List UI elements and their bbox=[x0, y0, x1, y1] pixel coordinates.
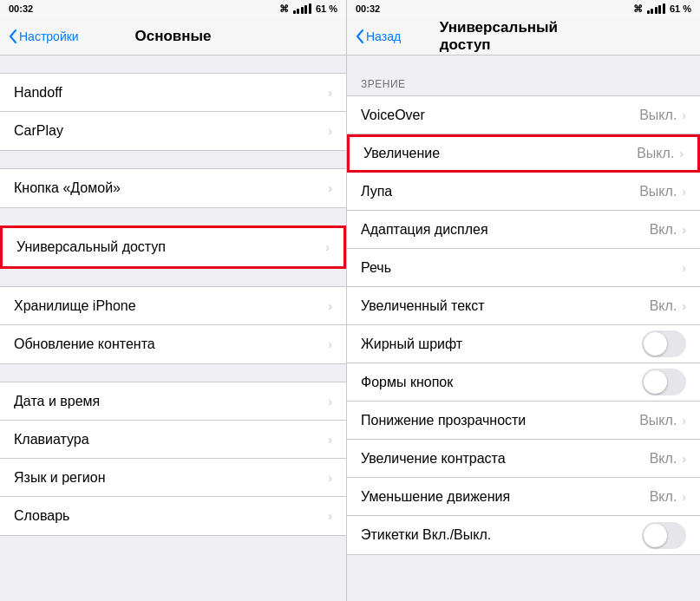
keyboard-label: Клавиатура bbox=[14, 432, 328, 447]
left-nav-title: Основные bbox=[134, 28, 211, 45]
signal-bars-right bbox=[647, 3, 665, 14]
content-update-label: Обновление контента bbox=[14, 336, 328, 352]
display-adapt-label: Адаптация дисплея bbox=[361, 222, 650, 238]
row-larger-text[interactable]: Увеличенный текст Вкл. › bbox=[347, 287, 700, 325]
panels: Настройки Основные Handoff › CarPlay › bbox=[0, 17, 700, 601]
row-accessibility[interactable]: Универсальный доступ › bbox=[3, 228, 343, 266]
larger-text-label: Увеличенный текст bbox=[361, 298, 650, 314]
datetime-chevron-icon: › bbox=[328, 395, 332, 408]
time-right: 00:32 bbox=[356, 3, 380, 14]
left-group-1: Handoff › CarPlay › bbox=[0, 73, 346, 151]
left-panel: Настройки Основные Handoff › CarPlay › bbox=[0, 17, 347, 601]
content-update-chevron-icon: › bbox=[328, 337, 332, 351]
row-bold-text[interactable]: Жирный шрифт bbox=[347, 325, 700, 363]
magnifier-value: Выкл. bbox=[639, 184, 677, 199]
row-datetime[interactable]: Дата и время › bbox=[0, 382, 346, 421]
reduce-motion-value: Вкл. bbox=[650, 489, 677, 505]
dictionary-chevron-icon: › bbox=[328, 509, 332, 523]
voiceover-chevron-icon: › bbox=[682, 108, 686, 122]
left-nav-back[interactable]: Настройки bbox=[9, 29, 79, 43]
zoom-label: Увеличение bbox=[363, 146, 637, 161]
on-off-labels-toggle[interactable] bbox=[642, 522, 686, 549]
row-carplay[interactable]: CarPlay › bbox=[0, 112, 346, 150]
left-group-2: Кнопка «Домой» › bbox=[0, 168, 346, 208]
larger-text-chevron-icon: › bbox=[682, 299, 686, 313]
magnifier-chevron-icon: › bbox=[682, 185, 686, 199]
row-reduce-motion[interactable]: Уменьшение движения Вкл. › bbox=[347, 478, 700, 516]
right-back-label: Назад bbox=[366, 29, 401, 43]
carplay-chevron-icon: › bbox=[328, 124, 332, 138]
right-back-chevron-icon bbox=[356, 29, 364, 43]
larger-text-value: Вкл. bbox=[650, 298, 677, 314]
increase-contrast-value: Вкл. bbox=[650, 451, 677, 467]
storage-chevron-icon: › bbox=[328, 299, 332, 313]
left-nav-bar: Настройки Основные bbox=[0, 17, 346, 56]
right-nav-back[interactable]: Назад bbox=[356, 29, 401, 43]
dictionary-label: Словарь bbox=[14, 508, 328, 524]
zoom-chevron-icon: › bbox=[679, 147, 684, 160]
display-adapt-chevron-icon: › bbox=[682, 223, 686, 237]
increase-contrast-chevron-icon: › bbox=[682, 452, 686, 466]
display-adapt-value: Вкл. bbox=[650, 222, 677, 238]
home-button-label: Кнопка «Домой» bbox=[14, 180, 328, 196]
row-voiceover[interactable]: VoiceOver Выкл. › bbox=[347, 96, 700, 134]
reduce-transparency-value: Выкл. bbox=[639, 413, 677, 428]
row-language[interactable]: Язык и регион › bbox=[0, 459, 346, 497]
reduce-transparency-label: Понижение прозрачности bbox=[361, 413, 639, 428]
left-scroll-area[interactable]: Handoff › CarPlay › Кнопка «Домой» › Уни… bbox=[0, 56, 346, 601]
right-scroll-area[interactable]: ЗРЕНИЕ VoiceOver Выкл. › Увеличение Выкл… bbox=[347, 56, 700, 601]
carplay-label: CarPlay bbox=[14, 123, 328, 139]
speech-chevron-icon: › bbox=[682, 261, 686, 275]
voiceover-value: Выкл. bbox=[639, 108, 677, 123]
row-home-button[interactable]: Кнопка «Домой» › bbox=[0, 169, 346, 207]
battery-right: 61 % bbox=[670, 3, 691, 14]
handoff-label: Handoff bbox=[14, 85, 328, 101]
row-keyboard[interactable]: Клавиатура › bbox=[0, 421, 346, 459]
reduce-transparency-chevron-icon: › bbox=[682, 414, 686, 428]
wifi-icon-left: ⌘ bbox=[279, 3, 289, 15]
right-group-vision: VoiceOver Выкл. › Увеличение Выкл. › Луп… bbox=[347, 95, 700, 555]
left-group-4: Хранилище iPhone › Обновление контента › bbox=[0, 286, 346, 364]
zoom-value: Выкл. bbox=[637, 146, 674, 161]
on-off-labels-label: Этикетки Вкл./Выкл. bbox=[361, 527, 642, 543]
battery-left: 61 % bbox=[316, 3, 337, 14]
row-reduce-transparency[interactable]: Понижение прозрачности Выкл. › bbox=[347, 402, 700, 440]
handoff-chevron-icon: › bbox=[328, 86, 332, 100]
home-button-chevron-icon: › bbox=[328, 181, 332, 195]
magnifier-label: Лупа bbox=[361, 184, 639, 199]
reduce-motion-label: Уменьшение движения bbox=[361, 489, 650, 505]
right-nav-title: Универсальный доступ bbox=[440, 19, 608, 54]
row-increase-contrast[interactable]: Увеличение контраста Вкл. › bbox=[347, 440, 700, 478]
status-bar-right: 00:32 ⌘ 61 % bbox=[347, 0, 700, 17]
left-group-5: Дата и время › Клавиатура › Язык и регио… bbox=[0, 382, 346, 536]
signal-bars-left bbox=[293, 3, 311, 14]
row-zoom[interactable]: Увеличение Выкл. › bbox=[347, 134, 700, 173]
status-icons-right: ⌘ 61 % bbox=[633, 3, 691, 15]
status-bar: 00:32 ⌘ 61 % 00:32 ⌘ 61 % bbox=[0, 0, 700, 17]
row-on-off-labels[interactable]: Этикетки Вкл./Выкл. bbox=[347, 516, 700, 554]
row-storage[interactable]: Хранилище iPhone › bbox=[0, 287, 346, 325]
vision-section-label: ЗРЕНИЕ bbox=[347, 73, 700, 95]
bold-text-label: Жирный шрифт bbox=[361, 336, 642, 352]
keyboard-chevron-icon: › bbox=[328, 433, 332, 447]
language-chevron-icon: › bbox=[328, 471, 332, 485]
row-button-shapes[interactable]: Формы кнопок bbox=[347, 363, 700, 402]
accessibility-label: Универсальный доступ bbox=[16, 239, 325, 255]
language-label: Язык и регион bbox=[14, 470, 328, 486]
row-dictionary[interactable]: Словарь › bbox=[0, 497, 346, 535]
row-speech[interactable]: Речь › bbox=[347, 249, 700, 287]
status-bar-left: 00:32 ⌘ 61 % bbox=[0, 0, 347, 17]
speech-label: Речь bbox=[361, 260, 682, 276]
row-handoff[interactable]: Handoff › bbox=[0, 74, 346, 112]
row-magnifier[interactable]: Лупа Выкл. › bbox=[347, 173, 700, 211]
bold-text-toggle[interactable] bbox=[642, 330, 686, 357]
status-icons-left: ⌘ 61 % bbox=[279, 3, 337, 15]
back-chevron-icon bbox=[9, 29, 17, 43]
reduce-motion-chevron-icon: › bbox=[682, 490, 686, 504]
row-content-update[interactable]: Обновление контента › bbox=[0, 325, 346, 363]
datetime-label: Дата и время bbox=[14, 394, 328, 409]
right-panel: Назад Универсальный доступ ЗРЕНИЕ VoiceO… bbox=[347, 17, 700, 601]
row-display-adapt[interactable]: Адаптация дисплея Вкл. › bbox=[347, 211, 700, 249]
voiceover-label: VoiceOver bbox=[361, 108, 639, 123]
button-shapes-toggle[interactable] bbox=[642, 369, 686, 395]
